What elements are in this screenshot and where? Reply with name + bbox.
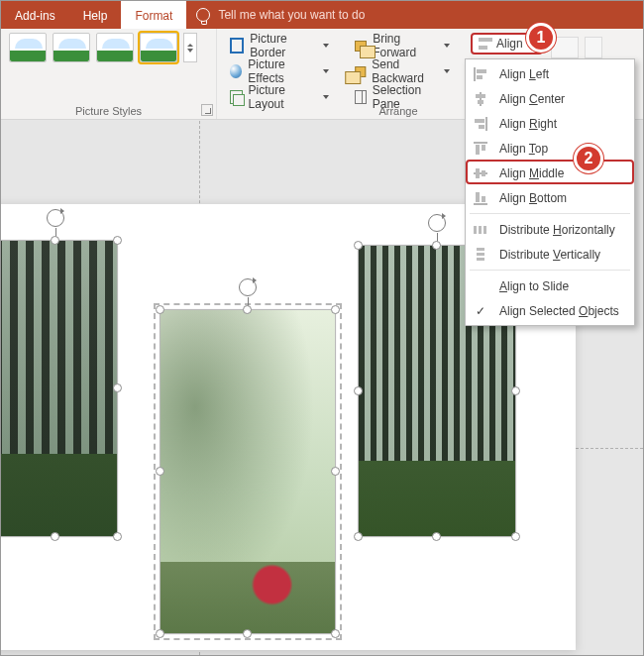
menu-align-top[interactable]: Align Top — [466, 136, 634, 161]
resize-handle[interactable] — [156, 629, 164, 638]
group-label: Picture Styles — [1, 105, 216, 117]
resize-handle[interactable] — [51, 236, 59, 245]
svg-rect-23 — [477, 258, 484, 261]
layout-icon — [230, 90, 243, 104]
resize-handle[interactable] — [354, 532, 363, 541]
menu-label: Align Top — [499, 142, 548, 156]
resize-handle[interactable] — [113, 236, 122, 245]
picture-1[interactable] — [1, 240, 118, 537]
menu-align-center[interactable]: Align Center — [466, 86, 634, 111]
picture-image — [1, 241, 117, 536]
picture-effects-button[interactable]: Picture Effects — [225, 60, 334, 82]
svg-rect-7 — [475, 119, 484, 123]
check-icon: ✓ — [472, 304, 489, 318]
picture-2[interactable] — [160, 309, 336, 634]
picture-border-button[interactable]: Picture Border — [225, 35, 334, 56]
chevron-down-icon — [444, 69, 450, 73]
svg-rect-16 — [476, 192, 480, 202]
menu-align-bottom[interactable]: Align Bottom — [466, 185, 634, 210]
menu-label: Distribute Vertically — [499, 248, 600, 262]
chevron-down-icon — [323, 69, 329, 73]
resize-handle[interactable] — [331, 305, 340, 314]
rotate-handle-icon[interactable] — [428, 214, 446, 232]
disabled-button — [585, 37, 602, 58]
send-backward-icon — [355, 66, 366, 77]
align-left-icon — [472, 66, 489, 82]
border-icon — [230, 38, 244, 54]
menu-align-to-slide[interactable]: Align to Slide — [466, 273, 634, 298]
resize-handle[interactable] — [51, 532, 59, 541]
gallery-more-button[interactable] — [183, 33, 197, 62]
align-center-icon — [472, 91, 489, 107]
bring-forward-label: Bring Forward — [373, 32, 436, 59]
menu-align-right[interactable]: Align Right — [466, 111, 634, 136]
callout-1: 1 — [526, 23, 556, 53]
rotate-handle-icon[interactable] — [239, 278, 257, 296]
group-label: Arrange — [334, 105, 463, 117]
resize-handle[interactable] — [156, 467, 164, 476]
resize-handle[interactable] — [156, 305, 164, 314]
resize-handle[interactable] — [511, 532, 520, 541]
align-menu: Align Left Align Center Align Right Alig… — [465, 58, 635, 326]
resize-handle[interactable] — [432, 241, 441, 250]
bring-forward-button[interactable]: Bring Forward — [350, 35, 455, 56]
rotate-handle-icon[interactable] — [47, 209, 64, 227]
align-icon — [479, 37, 492, 51]
picture-layout-button[interactable]: Picture Layout — [225, 86, 334, 108]
svg-rect-18 — [474, 226, 477, 234]
menu-align-selected-objects[interactable]: ✓ Align Selected Objects — [466, 298, 634, 323]
resize-handle[interactable] — [432, 532, 441, 541]
picture-styles-gallery[interactable] — [9, 33, 208, 62]
resize-handle[interactable] — [113, 383, 122, 392]
menu-distribute-horizontally[interactable]: Distribute Horizontally — [466, 217, 634, 242]
tab-help[interactable]: Help — [69, 1, 122, 29]
resize-handle[interactable] — [243, 305, 252, 314]
send-backward-button[interactable]: Send Backward — [350, 60, 455, 82]
resize-handle[interactable] — [243, 629, 252, 638]
style-thumb[interactable] — [53, 33, 90, 62]
menu-align-middle[interactable]: Align Middle — [466, 161, 634, 185]
tab-format[interactable]: Format — [121, 1, 186, 29]
picture-border-label: Picture Border — [250, 32, 315, 59]
group-arrange: Bring Forward Send Backward Selection Pa… — [342, 29, 463, 119]
distribute-horiz-icon — [472, 222, 489, 238]
resize-handle[interactable] — [331, 467, 340, 476]
align-right-icon — [472, 116, 489, 132]
align-top-icon — [472, 141, 489, 157]
menu-label: Align Center — [499, 92, 565, 106]
selection-pane-icon — [355, 90, 367, 104]
send-backward-label: Send Backward — [372, 57, 436, 85]
menu-label: Align Bottom — [499, 191, 567, 205]
resize-handle[interactable] — [113, 532, 122, 541]
resize-handle[interactable] — [354, 386, 363, 395]
menu-label: Distribute Horizontally — [499, 223, 615, 237]
menu-distribute-vertically[interactable]: Distribute Vertically — [466, 242, 634, 267]
menu-label: Align Middle — [499, 166, 564, 180]
picture-image — [161, 310, 335, 633]
resize-handle[interactable] — [354, 241, 363, 250]
chevron-down-icon — [323, 95, 329, 99]
resize-handle[interactable] — [511, 386, 520, 395]
svg-rect-5 — [478, 100, 483, 104]
tell-me-search[interactable]: Tell me what you want to do — [196, 1, 365, 29]
resize-handle[interactable] — [331, 629, 340, 638]
chevron-down-icon — [323, 44, 329, 48]
distribute-vert-icon — [472, 247, 489, 263]
svg-rect-10 — [476, 145, 480, 155]
tab-addins[interactable]: Add-ins — [1, 1, 69, 29]
style-thumb-selected[interactable] — [140, 33, 177, 62]
style-thumb[interactable] — [9, 33, 47, 62]
style-thumb[interactable] — [96, 33, 134, 62]
group-picture-adjust: Picture Border Picture Effects Picture L… — [217, 29, 342, 119]
menu-align-left[interactable]: Align Left — [466, 61, 634, 86]
picture-layout-label: Picture Layout — [249, 83, 315, 111]
dialog-launcher-icon[interactable] — [201, 104, 213, 116]
svg-rect-1 — [477, 69, 486, 73]
svg-rect-13 — [476, 168, 480, 178]
svg-rect-14 — [482, 170, 485, 176]
chevron-down-icon — [444, 44, 450, 48]
svg-rect-11 — [482, 145, 485, 151]
svg-rect-17 — [482, 196, 485, 202]
callout-2: 2 — [574, 144, 603, 173]
svg-rect-22 — [477, 253, 484, 256]
